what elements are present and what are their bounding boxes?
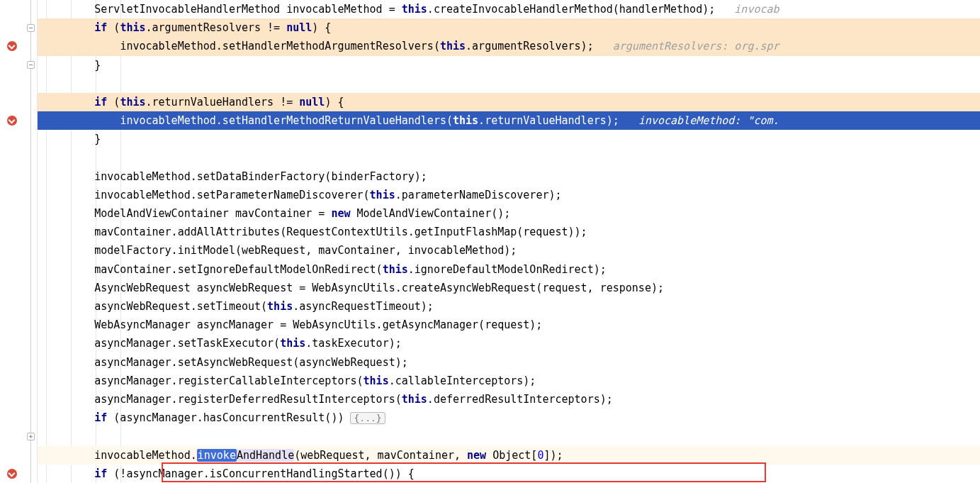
code-line[interactable]: }: [38, 130, 980, 148]
keyword-token: new: [467, 449, 486, 462]
code-line[interactable]: [38, 74, 980, 93]
code-line[interactable]: }: [38, 56, 980, 74]
fold-gutter[interactable]: [25, 0, 38, 483]
code-line[interactable]: mavContainer.setIgnoreDefaultModelOnRedi…: [38, 260, 980, 279]
folded-block-marker[interactable]: {...}: [350, 412, 385, 424]
breakpoint-gutter[interactable]: [0, 0, 25, 483]
code-line[interactable]: asyncManager.registerCallableInterceptor…: [38, 372, 980, 390]
code-line[interactable]: if (this.returnValueHandlers != null) {: [38, 93, 980, 111]
keyword-token: this: [440, 40, 466, 52]
code-line[interactable]: asyncManager.registerDeferredResultInter…: [38, 390, 980, 409]
selected-word: invoke: [197, 449, 237, 462]
code-line[interactable]: if (!asyncManager.isConcurrentHandlingSt…: [38, 465, 980, 483]
keyword-token: null: [299, 96, 325, 109]
keyword-token: this: [370, 189, 395, 201]
keyword-token: this: [267, 300, 293, 313]
breakpoint-icon[interactable]: [7, 469, 17, 479]
keyword-token: if: [94, 21, 107, 34]
code-line[interactable]: WebAsyncManager asyncManager = WebAsyncU…: [38, 316, 980, 334]
keyword-token: new: [331, 207, 350, 220]
code-line[interactable]: invocableMethod.setParameterNameDiscover…: [38, 186, 980, 204]
highlighted-identifier: AndHandle: [237, 449, 294, 462]
keyword-token: this: [280, 337, 305, 350]
code-line[interactable]: [38, 149, 980, 167]
keyword-token: this: [383, 263, 408, 276]
code-editor[interactable]: ServletInvocableHandlerMethod invocableM…: [0, 0, 980, 483]
breakpoint-icon[interactable]: [7, 41, 17, 51]
breakpoint-icon[interactable]: [7, 116, 17, 126]
fold-collapse-icon[interactable]: [27, 24, 35, 32]
keyword-token: this: [453, 114, 478, 127]
code-line[interactable]: invocableMethod.invokeAndHandle(webReque…: [38, 446, 980, 465]
fold-collapse-icon[interactable]: [27, 61, 35, 69]
fold-expand-icon[interactable]: [27, 433, 35, 440]
code-line[interactable]: invocableMethod.setHandlerMethodReturnVa…: [38, 111, 980, 130]
keyword-token: if: [94, 96, 107, 109]
keyword-token: if: [94, 467, 107, 480]
code-line[interactable]: ServletInvocableHandlerMethod invocableM…: [38, 0, 980, 18]
code-line[interactable]: modelFactory.initModel(webRequest, mavCo…: [38, 241, 980, 260]
inline-hint: invocableMethod: "com.: [638, 114, 779, 127]
code-area[interactable]: ServletInvocableHandlerMethod invocableM…: [38, 0, 980, 483]
code-line[interactable]: invocableMethod.setDataBinderFactory(bin…: [38, 167, 980, 186]
keyword-token: this: [402, 3, 427, 16]
code-line[interactable]: if (this.argumentResolvers != null) {: [38, 18, 980, 37]
code-line[interactable]: AsyncWebRequest asyncWebRequest = WebAsy…: [38, 279, 980, 297]
fold-guide-line: [30, 0, 31, 483]
keyword-token: this: [120, 96, 145, 109]
code-line[interactable]: [38, 427, 980, 445]
keyword-token: if: [94, 411, 107, 424]
code-line[interactable]: asyncManager.setTaskExecutor(this.taskEx…: [38, 334, 980, 352]
inline-hint: argumentResolvers: org.spr: [613, 40, 779, 52]
code-line[interactable]: ModelAndViewContainer mavContainer = new…: [38, 204, 980, 223]
code-line[interactable]: asyncManager.setAsyncWebRequest(asyncWeb…: [38, 353, 980, 372]
keyword-token: null: [286, 21, 312, 34]
code-line[interactable]: if (asyncManager.hasConcurrentResult()) …: [38, 409, 980, 427]
keyword-token: this: [402, 393, 427, 406]
keyword-token: this: [364, 374, 389, 387]
inline-hint: invocab: [734, 3, 779, 16]
code-line[interactable]: mavContainer.addAllAttributes(RequestCon…: [38, 223, 980, 241]
code-line[interactable]: asyncWebRequest.setTimeout(this.asyncReq…: [38, 297, 980, 316]
code-line[interactable]: invocableMethod.setHandlerMethodArgument…: [38, 37, 980, 55]
number-token: 0: [537, 449, 543, 462]
keyword-token: this: [120, 21, 145, 34]
